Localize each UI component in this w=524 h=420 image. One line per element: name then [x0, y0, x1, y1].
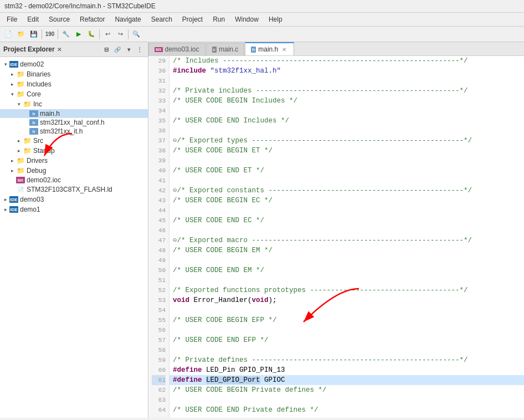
link-editor-icon[interactable]: 🔗 [112, 44, 122, 54]
toolbar-search[interactable]: 🔍 [130, 28, 142, 40]
menu-navigate[interactable]: Navigate [110, 14, 145, 25]
tree-item-main-h[interactable]: h main.h [0, 109, 148, 118]
code-line-31 [169, 76, 524, 86]
ln-51: 51 [152, 275, 166, 285]
panel-header-title: Project Explorer ✕ [3, 45, 61, 53]
expand-inc[interactable]: ▾ [16, 101, 22, 107]
tree-label-startup: Startup [33, 147, 55, 155]
ln-47: 47 [152, 235, 166, 245]
expand-debug[interactable]: ▸ [9, 167, 16, 174]
ln-37: 37 [152, 136, 166, 146]
toolbar-undo[interactable]: ↩ [101, 28, 114, 40]
menu-file[interactable]: File [2, 14, 22, 25]
code-line-34 [169, 106, 524, 116]
expand-demo02[interactable]: ▾ [2, 61, 9, 68]
toolbar-build[interactable]: 190 [44, 28, 56, 40]
menu-refactor[interactable]: Refactor [75, 14, 109, 25]
ln-48: 48 [152, 245, 166, 255]
folder-icon-debug: 📁 [16, 166, 25, 175]
code-line-56 [169, 325, 524, 335]
ln-45: 45 [152, 216, 166, 226]
code-line-38: /* USER CODE BEGIN ET */ [169, 146, 524, 156]
code-line-51 [169, 275, 524, 285]
tree-item-src[interactable]: ▸ 📁 Src [0, 136, 148, 146]
toolbar-debug[interactable]: 🐛 [85, 28, 97, 40]
ide-icon-demo1: IDE [9, 205, 18, 214]
menu-run[interactable]: Run [208, 14, 229, 25]
tree-item-ld[interactable]: 📄 STM32F103C8TX_FLASH.ld [0, 185, 148, 194]
tab-main-c[interactable]: c main.c [206, 43, 245, 55]
code-line-35: /* USER CODE END Includes */ [169, 116, 524, 126]
tree-item-inc[interactable]: ▾ 📁 Inc [0, 99, 148, 109]
ln-57: 57 [152, 335, 166, 345]
menu-source[interactable]: Source [44, 14, 74, 25]
expand-drivers[interactable]: ▸ [9, 157, 16, 164]
tab-demo03-ioc[interactable]: MX demo03.ioc [148, 43, 206, 55]
menu-help[interactable]: Help [264, 14, 287, 25]
ln-41: 41 [152, 176, 166, 186]
panel-header: Project Explorer ✕ ⊟ 🔗 ▾ ⋮ [0, 42, 148, 57]
expand-startup[interactable]: ▸ [16, 147, 22, 154]
toolbar-run[interactable]: ▶ [73, 28, 85, 40]
view-menu-icon[interactable]: ⋮ [135, 44, 145, 54]
ln-32: 32 [152, 86, 166, 96]
tab-close-main-h[interactable]: ✕ [280, 45, 288, 53]
menu-edit[interactable]: Edit [23, 14, 43, 25]
tab-label-main-c: main.c [219, 45, 238, 53]
tree-label-it-h: stm32f1xx_it.h [40, 127, 83, 135]
tree-label-src: Src [33, 137, 43, 145]
tree-item-drivers[interactable]: ▸ 📁 Drivers [0, 156, 148, 166]
tree-item-debug[interactable]: ▸ 📁 Debug [0, 166, 148, 176]
tree-label-demo02: demo02 [20, 60, 44, 68]
code-line-64: /* USER CODE END Private defines */ [169, 405, 524, 415]
tab-main-h[interactable]: h main.h ✕ [245, 42, 294, 55]
ln-44: 44 [152, 206, 166, 216]
toolbar-save[interactable]: 💾 [28, 28, 40, 40]
expand-core[interactable]: ▾ [9, 91, 16, 98]
tree-item-binaries[interactable]: ▸ 📁 Binaries [0, 69, 148, 79]
toolbar-open[interactable]: 📁 [15, 28, 27, 40]
folder-icon-startup: 📁 [23, 146, 32, 155]
expand-binaries[interactable]: ▸ [9, 71, 16, 78]
ide-icon-demo03: IDE [9, 195, 18, 204]
toolbar-debug-config[interactable]: 🔧 [60, 28, 72, 40]
toolbar-new[interactable]: 📄 [2, 28, 14, 40]
code-line-52: /* Exported functions prototypes -------… [169, 285, 524, 295]
panel-close-icon[interactable]: ✕ [57, 47, 61, 53]
tree-item-core[interactable]: ▾ 📁 Core [0, 89, 148, 99]
tree-item-demo02-ioc[interactable]: MX demo02.ioc [0, 176, 148, 185]
menu-window[interactable]: Window [230, 14, 263, 25]
code-editor[interactable]: 29 30 31 32 33 34 35 36 37 38 39 40 41 4… [148, 56, 524, 418]
tab-icon-mx: MX [155, 47, 163, 52]
panel-header-icons: ⊟ 🔗 ▾ ⋮ [101, 44, 145, 54]
tree-item-includes[interactable]: ▸ 📁 Includes [0, 79, 148, 89]
tree-label-core: Core [27, 90, 41, 98]
tree-label-includes: Includes [27, 80, 52, 88]
project-explorer-panel: Project Explorer ✕ ⊟ 🔗 ▾ ⋮ ▾ IDE demo02 … [0, 42, 148, 418]
menu-search[interactable]: Search [147, 14, 177, 25]
tree-item-demo02[interactable]: ▾ IDE demo02 [0, 59, 148, 69]
filter-icon[interactable]: ▾ [124, 44, 133, 54]
expand-demo03[interactable]: ▸ [2, 196, 9, 203]
tree-item-it-h[interactable]: h stm32f1xx_it.h [0, 127, 148, 136]
toolbar-redo[interactable]: ↪ [114, 28, 126, 40]
tree-item-demo03[interactable]: ▸ IDE demo03 [0, 194, 148, 204]
toolbar-sep-3 [99, 29, 100, 39]
expand-src[interactable]: ▸ [16, 137, 22, 144]
tree-item-hal-conf-h[interactable]: h stm32f1xx_hal_conf.h [0, 118, 148, 127]
code-line-47: ⊖/* Exported macro ---------------------… [169, 235, 524, 245]
menu-project[interactable]: Project [178, 14, 207, 25]
tree-label-inc: Inc [33, 100, 42, 108]
expand-includes[interactable]: ▸ [9, 81, 16, 88]
code-line-54 [169, 305, 524, 315]
code-line-29: /* Includes ----------------------------… [169, 56, 524, 66]
code-line-45: /* USER CODE END EC */ [169, 216, 524, 226]
code-line-62: /* USER CODE BEGIN Private defines */ [169, 385, 524, 395]
file-h-icon-it: h [29, 128, 38, 135]
ln-56: 56 [152, 325, 166, 335]
tree-item-demo1[interactable]: ▸ IDE demo1 [0, 204, 148, 214]
collapse-all-icon[interactable]: ⊟ [101, 44, 111, 54]
toolbar-sep-2 [58, 29, 58, 39]
expand-demo1[interactable]: ▸ [2, 206, 9, 213]
tree-item-startup[interactable]: ▸ 📁 Startup [0, 146, 148, 156]
